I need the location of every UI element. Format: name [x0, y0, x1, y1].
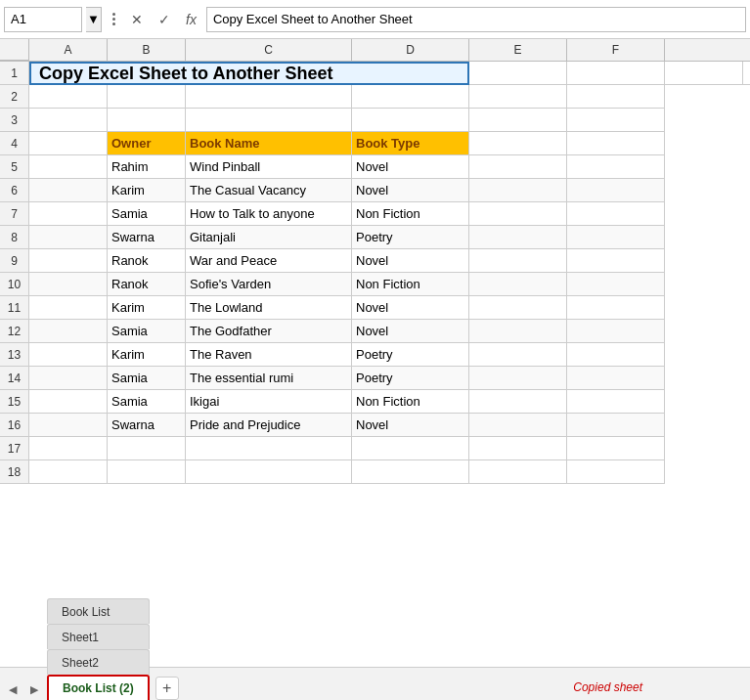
table-row[interactable]: 13KarimThe RavenPoetry: [0, 343, 750, 367]
confirm-button[interactable]: ✓: [153, 8, 176, 31]
col-header-B[interactable]: B: [108, 39, 186, 61]
cell-E15[interactable]: [469, 390, 567, 414]
cell-D11[interactable]: Novel: [352, 296, 469, 320]
cell-F1[interactable]: [567, 62, 665, 85]
cell-B17[interactable]: [108, 437, 186, 460]
cell-D7[interactable]: Non Fiction: [352, 202, 469, 226]
cell-F17[interactable]: [567, 437, 665, 460]
table-row[interactable]: 11KarimThe LowlandNovel: [0, 296, 750, 320]
cell-B13[interactable]: Karim: [108, 343, 186, 367]
col-header-F[interactable]: F: [567, 39, 665, 61]
cell-D6[interactable]: Novel: [352, 179, 469, 202]
table-row[interactable]: 15SamiaIkigaiNon Fiction: [0, 390, 750, 414]
cell-D13[interactable]: Poetry: [352, 343, 469, 367]
cell-C7[interactable]: How to Talk to anyone: [186, 202, 352, 226]
table-row[interactable]: 4OwnerBook NameBook Type: [0, 132, 750, 155]
table-row[interactable]: 1Copy Excel Sheet to Another Sheet: [0, 62, 750, 85]
cell-F3[interactable]: [567, 109, 665, 132]
table-row[interactable]: 12SamiaThe GodfatherNovel: [0, 320, 750, 343]
cell-B11[interactable]: Karim: [108, 296, 186, 320]
more-options-icon[interactable]: [106, 7, 121, 32]
cell-E2[interactable]: [469, 85, 567, 109]
table-row[interactable]: 3: [0, 109, 750, 132]
cell-E8[interactable]: [469, 226, 567, 249]
cell-F6[interactable]: [567, 179, 665, 202]
cell-F16[interactable]: [567, 414, 665, 437]
table-row[interactable]: 16SwarnaPride and PrejudiceNovel: [0, 414, 750, 437]
cell-A7[interactable]: [29, 202, 108, 226]
cell-B6[interactable]: Karim: [108, 179, 186, 202]
table-row[interactable]: 14SamiaThe essential rumiPoetry: [0, 367, 750, 390]
cell-D3[interactable]: [352, 109, 469, 132]
add-sheet-button[interactable]: +: [155, 677, 179, 700]
cell-E10[interactable]: [469, 273, 567, 296]
cell-B3[interactable]: [108, 109, 186, 132]
col-header-A[interactable]: A: [29, 39, 108, 61]
cell-D18[interactable]: [352, 460, 469, 484]
cell-F2[interactable]: [567, 85, 665, 109]
cell-A5[interactable]: [29, 155, 108, 179]
cell-E16[interactable]: [469, 414, 567, 437]
cell-A12[interactable]: [29, 320, 108, 343]
cell-A17[interactable]: [29, 437, 108, 460]
cell-E14[interactable]: [469, 367, 567, 390]
cell-F5[interactable]: [567, 155, 665, 179]
cell-B16[interactable]: Swarna: [108, 414, 186, 437]
cell-F9[interactable]: [567, 249, 665, 273]
cell-B10[interactable]: Ranok: [108, 273, 186, 296]
cell-D16[interactable]: Novel: [352, 414, 469, 437]
cell-F7[interactable]: [567, 202, 665, 226]
sheet-tab-2[interactable]: Sheet2: [47, 649, 150, 675]
cell-B2[interactable]: [108, 85, 186, 109]
cell-C5[interactable]: Wind Pinball: [186, 155, 352, 179]
cell-D17[interactable]: [352, 437, 469, 460]
cell-C1[interactable]: [743, 62, 750, 85]
table-row[interactable]: 5RahimWind PinballNovel: [0, 155, 750, 179]
cell-C11[interactable]: The Lowland: [186, 296, 352, 320]
cell-B14[interactable]: Samia: [108, 367, 186, 390]
col-header-C[interactable]: C: [186, 39, 352, 61]
cell-F8[interactable]: [567, 226, 665, 249]
cell-F18[interactable]: [567, 460, 665, 484]
table-row[interactable]: 2: [0, 85, 750, 109]
cell-E9[interactable]: [469, 249, 567, 273]
cell-A16[interactable]: [29, 414, 108, 437]
cell-C9[interactable]: War and Peace: [186, 249, 352, 273]
cell-A9[interactable]: [29, 249, 108, 273]
cell-F4[interactable]: [567, 132, 665, 155]
cell-A1[interactable]: Copy Excel Sheet to Another Sheet: [29, 62, 469, 85]
cell-A14[interactable]: [29, 367, 108, 390]
cell-C4[interactable]: Book Name: [186, 132, 352, 155]
cell-E18[interactable]: [469, 460, 567, 484]
cell-C10[interactable]: Sofie's Varden: [186, 273, 352, 296]
cell-B15[interactable]: Samia: [108, 390, 186, 414]
sheet-tab-1[interactable]: Sheet1: [47, 624, 150, 649]
cell-A2[interactable]: [29, 85, 108, 109]
cell-D10[interactable]: Non Fiction: [352, 273, 469, 296]
cell-C6[interactable]: The Casual Vacancy: [186, 179, 352, 202]
cell-D8[interactable]: Poetry: [352, 226, 469, 249]
sheet-tab-0[interactable]: Book List: [47, 598, 150, 624]
cell-B5[interactable]: Rahim: [108, 155, 186, 179]
cell-E12[interactable]: [469, 320, 567, 343]
cell-B7[interactable]: Samia: [108, 202, 186, 226]
cell-C12[interactable]: The Godfather: [186, 320, 352, 343]
cell-A10[interactable]: [29, 273, 108, 296]
cell-B9[interactable]: Ranok: [108, 249, 186, 273]
cell-F10[interactable]: [567, 273, 665, 296]
cell-F12[interactable]: [567, 320, 665, 343]
cell-C13[interactable]: The Raven: [186, 343, 352, 367]
cell-D5[interactable]: Novel: [352, 155, 469, 179]
cell-B4[interactable]: Owner: [108, 132, 186, 155]
tab-nav-right[interactable]: ▶: [25, 678, 43, 700]
cell-F15[interactable]: [567, 390, 665, 414]
cell-E7[interactable]: [469, 202, 567, 226]
cell-A15[interactable]: [29, 390, 108, 414]
formula-input[interactable]: Copy Excel Sheet to Another Sheet: [206, 7, 746, 32]
cell-A6[interactable]: [29, 179, 108, 202]
cell-C3[interactable]: [186, 109, 352, 132]
cell-C17[interactable]: [186, 437, 352, 460]
cell-A4[interactable]: [29, 132, 108, 155]
cell-D14[interactable]: Poetry: [352, 367, 469, 390]
sheet-tab-3[interactable]: Book List (2): [47, 675, 150, 700]
